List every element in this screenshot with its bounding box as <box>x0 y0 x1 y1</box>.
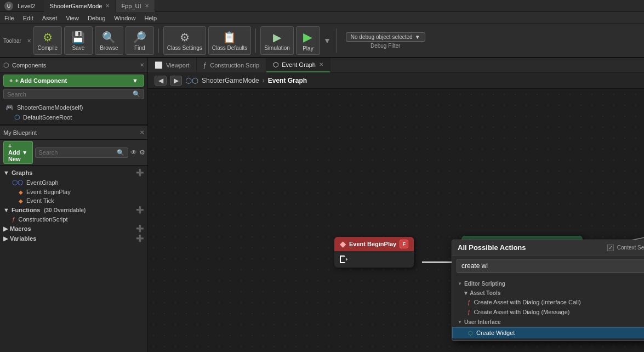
toolbar-separator-3 <box>337 29 337 53</box>
tab-construction-scrip[interactable]: ƒ Construction Scrip <box>197 58 267 72</box>
menu-edit[interactable]: Edit <box>19 12 38 24</box>
debug-dropdown[interactable]: No debug object selected ▼ <box>346 32 425 42</box>
action-create-widget[interactable]: ⬡ Create Widget <box>452 327 644 338</box>
find-button[interactable]: 🔎 Find <box>126 26 154 55</box>
my-blueprint-close[interactable]: ✕ <box>140 129 144 135</box>
tab-shootergamemode[interactable]: ShooterGameMode ✕ <box>44 0 116 12</box>
browse-label: Browse <box>100 45 118 51</box>
construction-script-label: ConstructionScript <box>19 216 68 223</box>
context-sensitive-checkbox[interactable]: ✓ <box>607 245 614 251</box>
play-label: Play <box>303 46 313 52</box>
defaultsceneroot-icon: ⬡ <box>14 113 20 121</box>
components-search-icon: 🔍 <box>133 90 140 98</box>
components-panel-close[interactable]: ✕ <box>140 62 144 68</box>
bp-macros-add[interactable]: ➕ <box>136 225 144 232</box>
bp-variables-add[interactable]: ➕ <box>136 235 144 242</box>
menu-help[interactable]: Help <box>140 12 161 24</box>
find-label: Find <box>134 45 145 51</box>
play-button[interactable]: ▶ Play <box>296 26 320 55</box>
event-beginplay-diamond: ◆ <box>340 240 346 248</box>
asset-tools-arrow: ▼ <box>463 290 469 296</box>
menu-asset[interactable]: Asset <box>38 12 62 24</box>
left-panel: ⬡ Components ✕ + + Add Component ▼ 🔍 🎮 S… <box>0 58 148 352</box>
actions-cat-editor-scripting[interactable]: ▼ Editor Scripting <box>452 279 644 289</box>
component-defaultsceneroot[interactable]: ⬡ DefaultSceneRoot <box>3 112 144 122</box>
bp-add-label: + Add New <box>8 143 21 162</box>
menu-file[interactable]: File <box>0 12 19 24</box>
actions-cat-user-interface[interactable]: ▼ User Interface <box>452 317 644 327</box>
node-event-beginplay[interactable]: ◆ Event BeginPlay F <box>334 237 414 268</box>
bp-variables-section[interactable]: ▶ Variables ➕ <box>3 234 144 243</box>
bp-functions-section[interactable]: ▼ Functions (30 Overridable) ➕ <box>3 205 144 215</box>
event-beginplay-exec-pin <box>340 254 408 264</box>
event-beginplay-node-body <box>334 251 414 268</box>
toolbar-close[interactable]: ✕ <box>27 38 31 44</box>
menu-debug[interactable]: Debug <box>83 12 110 24</box>
compile-button[interactable]: ⚙ Compile <box>33 26 62 55</box>
bp-variables-arrow: ▶ <box>3 235 8 242</box>
bp-event-tick[interactable]: ◆ Event Tick <box>3 196 144 205</box>
actions-search-input[interactable] <box>461 262 644 270</box>
save-label: Save <box>72 45 84 51</box>
bp-add-new-button[interactable]: + Add New ▼ <box>3 141 33 164</box>
level-name: Level2 <box>18 3 35 9</box>
bp-search-input[interactable] <box>39 149 115 156</box>
bp-functions-label: Functions <box>12 207 41 213</box>
bp-event-beginplay[interactable]: ◆ Event BeginPlay <box>3 188 144 196</box>
components-search-input[interactable] <box>7 91 130 98</box>
bp-functions-add[interactable]: ➕ <box>136 206 144 214</box>
canvas-area: ⬜ Viewport ƒ Construction Scrip ⬡ Event … <box>148 58 644 352</box>
event-beginplay-label: Event BeginPlay <box>26 189 71 195</box>
bp-graphs-section[interactable]: ▼ Graphs ➕ <box>3 168 144 178</box>
bp-settings-icon[interactable]: ⚙ <box>139 149 145 156</box>
action-create-asset-dialog-message[interactable]: ƒ Create Asset with Dialog (Message) <box>452 307 644 317</box>
play-dropdown[interactable]: ▼ <box>323 36 331 45</box>
bp-functions-arrow: ▼ <box>3 207 9 213</box>
context-sensitive-label: Context Sensitive <box>617 245 644 251</box>
bp-graphs-add[interactable]: ➕ <box>136 169 144 177</box>
save-button[interactable]: 💾 Save <box>64 26 93 55</box>
tab-shootergamemode-close[interactable]: ✕ <box>105 3 110 9</box>
class-defaults-button[interactable]: 📋 Class Defaults <box>208 26 251 55</box>
debug-filter-label: Debug Filter <box>346 43 425 49</box>
action-create-asset-dialog-interface[interactable]: ƒ Create Asset with Dialog (Interface Ca… <box>452 297 644 307</box>
class-defaults-label: Class Defaults <box>212 45 247 51</box>
tab-fpp-ui-label: Fpp_UI <box>121 3 141 9</box>
breadcrumb-separator: › <box>263 77 265 84</box>
menu-window[interactable]: Window <box>110 12 140 24</box>
menu-view[interactable]: View <box>61 12 83 24</box>
event-graph-tab-close[interactable]: ✕ <box>319 61 323 67</box>
components-search-bar: 🔍 <box>3 89 144 99</box>
event-graph-tab-label: Event Graph <box>282 61 316 68</box>
graph-canvas[interactable]: ◆ Event BeginPlay F ⬡ Create Fpp UI Widg… <box>148 89 644 352</box>
nav-forward-button[interactable]: ▶ <box>170 76 182 86</box>
browse-icon: 🔍 <box>102 31 116 44</box>
actions-subcat-asset-tools[interactable]: ▼ Asset Tools <box>452 289 644 297</box>
my-blueprint-header: My Blueprint ✕ <box>0 126 147 140</box>
browse-button[interactable]: 🔍 Browse <box>95 26 123 55</box>
bp-event-graph[interactable]: ⬡⬡ EventGraph <box>3 178 144 188</box>
bp-macros-section[interactable]: ▶ Macros ➕ <box>3 224 144 234</box>
save-icon: 💾 <box>71 31 85 44</box>
simulation-button[interactable]: ▶ Simulation <box>260 26 294 55</box>
tab-fpp-ui-close[interactable]: ✕ <box>145 3 149 9</box>
context-sensitive-area: ✓ Context Sensitive › <box>607 245 644 251</box>
construction-tab-icon: ƒ <box>203 61 207 69</box>
tab-event-graph[interactable]: ⬡ Event Graph ✕ <box>266 58 330 72</box>
add-component-button[interactable]: + + Add Component ▼ <box>3 75 144 87</box>
nav-back-button[interactable]: ◀ <box>155 76 167 86</box>
title-bar: U Level2 ShooterGameMode ✕ Fpp_UI ✕ <box>0 0 644 12</box>
bp-tree: ▼ Graphs ➕ ⬡⬡ EventGraph ◆ Event BeginPl… <box>0 166 147 352</box>
debug-dropdown-arrow: ▼ <box>415 34 420 40</box>
debug-filter-section: No debug object selected ▼ Debug Filter <box>346 32 425 49</box>
tab-fpp-ui[interactable]: Fpp_UI ✕ <box>116 0 155 12</box>
event-beginplay-f-badge: F <box>400 240 408 248</box>
bp-visibility-button[interactable]: 👁 <box>130 149 137 156</box>
event-graph-tab-icon: ⬡ <box>273 61 278 69</box>
play-icon: ▶ <box>303 30 312 44</box>
tab-viewport[interactable]: ⬜ Viewport <box>148 58 197 72</box>
bp-construction-script[interactable]: ƒ ConstructionScript <box>3 215 144 224</box>
breadcrumb-graph[interactable]: ShooterGameMode <box>202 77 259 84</box>
component-shootergamemode[interactable]: 🎮 ShooterGameMode(self) <box>3 103 144 112</box>
class-settings-button[interactable]: ⚙ Class Settings <box>163 26 206 55</box>
